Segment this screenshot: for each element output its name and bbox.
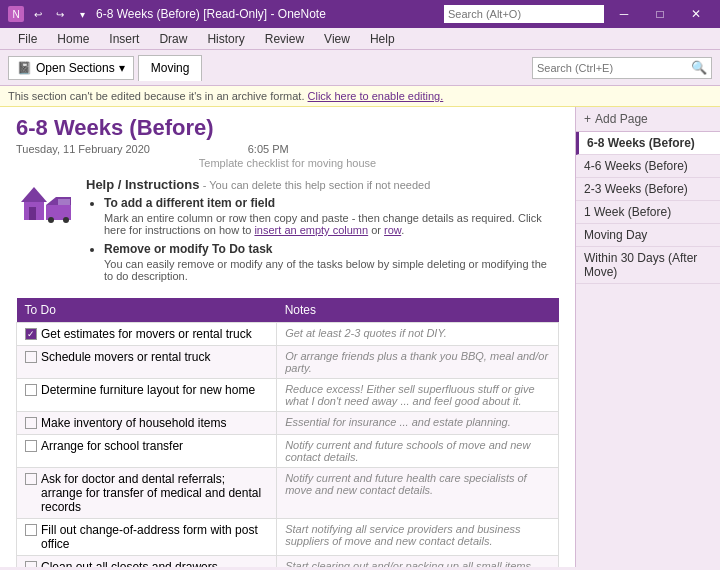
enable-editing-link[interactable]: Click here to enable editing. [308, 90, 444, 102]
insert-row-link[interactable]: row [384, 224, 401, 236]
help-subtitle: - You can delete this help section if no… [203, 179, 431, 191]
task-cell: Clean out all closets and drawers [25, 560, 268, 567]
customize-icon[interactable]: ▾ [74, 6, 90, 22]
table-row: Determine furniture layout for new homeR… [17, 379, 559, 412]
note-text: Reduce excess! Either sell superfluous s… [277, 379, 559, 412]
tab-history[interactable]: History [197, 29, 254, 49]
svg-rect-7 [58, 199, 70, 205]
house-truck-svg [16, 177, 76, 227]
undo-icon[interactable]: ↩ [30, 6, 46, 22]
list-item: Remove or modify To Do task You can easi… [104, 242, 559, 282]
task-checkbox[interactable] [25, 384, 37, 396]
open-sections-label: Open Sections [36, 61, 115, 75]
note-text: Get at least 2-3 quotes if not DIY. [277, 323, 559, 346]
title-bar-right: ─ □ ✕ [444, 0, 712, 28]
task-checkbox[interactable] [25, 417, 37, 429]
note-text: Or arrange friends plus a thank you BBQ,… [277, 346, 559, 379]
page-item[interactable]: Moving Day [576, 224, 720, 247]
search-input[interactable] [533, 62, 688, 74]
content-area: Template by Auscomp.com 6-8 Weeks (Befor… [0, 107, 575, 567]
table-row: Schedule movers or rental truckOr arrang… [17, 346, 559, 379]
header-row: 📓 Open Sections ▾ Moving 🔍 [0, 50, 720, 86]
svg-point-5 [48, 217, 54, 223]
note-text: Essential for insurance ... and estate p… [277, 412, 559, 435]
table-row: Make inventory of household itemsEssenti… [17, 412, 559, 435]
tab-home[interactable]: Home [47, 29, 99, 49]
task-checkbox[interactable] [25, 473, 37, 485]
task-checkbox[interactable] [25, 561, 37, 567]
tab-file[interactable]: File [8, 29, 47, 49]
title-search-input[interactable] [444, 5, 604, 23]
note-text: Notify current and future health care sp… [277, 468, 559, 519]
task-text: Fill out change-of-address form with pos… [41, 523, 268, 551]
house-icon [16, 177, 76, 227]
task-checkbox[interactable] [25, 351, 37, 363]
page-subtitle: Template checklist for moving house [16, 157, 559, 169]
task-text: Clean out all closets and drawers [41, 560, 218, 567]
help-title: Help / Instructions [86, 177, 199, 192]
svg-marker-0 [21, 187, 47, 202]
page-item[interactable]: 6-8 Weeks (Before) [576, 132, 720, 155]
maximize-button[interactable]: □ [644, 0, 676, 28]
note-text: Notify current and future schools of mov… [277, 435, 559, 468]
minimize-button[interactable]: ─ [608, 0, 640, 28]
add-page-button[interactable]: + Add Page [576, 107, 720, 132]
title-bar-left: N ↩ ↪ ▾ 6-8 Weeks (Before) [Read-Only] -… [8, 6, 326, 22]
col-header-todo: To Do [17, 298, 277, 323]
tab-view[interactable]: View [314, 29, 360, 49]
col-header-notes: Notes [277, 298, 559, 323]
page-time: 6:05 PM [248, 143, 289, 155]
search-bar: 🔍 [532, 57, 712, 79]
open-sections-button[interactable]: 📓 Open Sections ▾ [8, 56, 134, 80]
window-title: 6-8 Weeks (Before) [Read-Only] - OneNote [96, 7, 326, 21]
insert-column-link[interactable]: insert an empty column [254, 224, 368, 236]
app-icon: N [8, 6, 24, 22]
table-row: Arrange for school transferNotify curren… [17, 435, 559, 468]
moving-tab-label: Moving [151, 61, 190, 75]
task-cell: Fill out change-of-address form with pos… [25, 523, 268, 551]
tab-insert[interactable]: Insert [99, 29, 149, 49]
main-layout: Template by Auscomp.com 6-8 Weeks (Befor… [0, 107, 720, 567]
task-checkbox[interactable] [25, 440, 37, 452]
intro-section: Help / Instructions - You can delete thi… [16, 177, 559, 288]
ribbon-tabs: File Home Insert Draw History Review Vie… [0, 28, 720, 50]
warning-bar: This section can't be edited because it'… [0, 86, 720, 107]
task-cell: Schedule movers or rental truck [25, 350, 268, 364]
page-item[interactable]: Within 30 Days (After Move) [576, 247, 720, 284]
task-text: Ask for doctor and dental referrals; arr… [41, 472, 268, 514]
search-icon[interactable]: 🔍 [688, 57, 710, 79]
todo-table: To Do Notes ✓Get estimates for movers or… [16, 298, 559, 567]
page-meta: Tuesday, 11 February 2020 6:05 PM [16, 143, 559, 155]
svg-rect-2 [29, 207, 36, 220]
add-icon: + [584, 112, 591, 126]
task-cell: Ask for doctor and dental referrals; arr… [25, 472, 268, 514]
task-checkbox[interactable] [25, 524, 37, 536]
help-item-2-detail: You can easily remove or modify any of t… [104, 258, 559, 282]
page-item[interactable]: 4-6 Weeks (Before) [576, 155, 720, 178]
list-item: To add a different item or field Mark an… [104, 196, 559, 236]
table-row: ✓Get estimates for movers or rental truc… [17, 323, 559, 346]
task-text: Make inventory of household items [41, 416, 226, 430]
tab-help[interactable]: Help [360, 29, 405, 49]
task-checkbox[interactable]: ✓ [25, 328, 37, 340]
help-item-2-title: Remove or modify To Do task [104, 242, 272, 256]
redo-icon[interactable]: ↪ [52, 6, 68, 22]
moving-tab[interactable]: Moving [138, 55, 203, 81]
task-cell: Make inventory of household items [25, 416, 268, 430]
note-text: Start notifying all service providers an… [277, 519, 559, 556]
title-bar: N ↩ ↪ ▾ 6-8 Weeks (Before) [Read-Only] -… [0, 0, 720, 28]
table-row: Clean out all closets and drawersStart c… [17, 556, 559, 568]
page-item[interactable]: 1 Week (Before) [576, 201, 720, 224]
task-cell: Determine furniture layout for new home [25, 383, 268, 397]
right-panel: + Add Page 6-8 Weeks (Before)4-6 Weeks (… [575, 107, 720, 567]
task-cell: Arrange for school transfer [25, 439, 268, 453]
add-page-label: Add Page [595, 112, 648, 126]
page-list: 6-8 Weeks (Before)4-6 Weeks (Before)2-3 … [576, 132, 720, 567]
page-item[interactable]: 2-3 Weeks (Before) [576, 178, 720, 201]
close-button[interactable]: ✕ [680, 0, 712, 28]
help-text: Help / Instructions - You can delete thi… [86, 177, 559, 288]
tab-review[interactable]: Review [255, 29, 314, 49]
help-item-1-title: To add a different item or field [104, 196, 275, 210]
tab-draw[interactable]: Draw [149, 29, 197, 49]
task-cell: ✓Get estimates for movers or rental truc… [25, 327, 268, 341]
